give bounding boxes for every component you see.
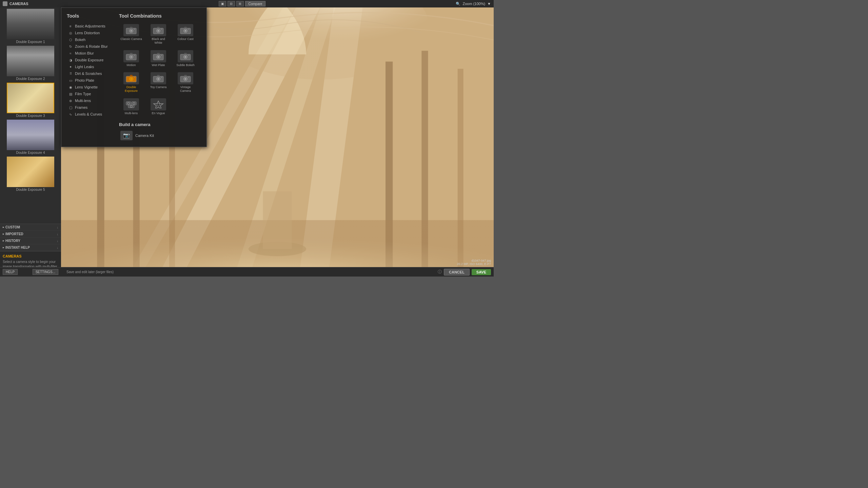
combo-label-5: Subtle Bokeh (176, 63, 195, 67)
section-label-0: CUSTOM (5, 225, 20, 229)
section-header-3[interactable]: ▸INSTANT HELP↓ (0, 244, 61, 251)
combo-label-8: Vintage Camera (175, 85, 196, 93)
top-bar-title: CAMERAS (9, 2, 28, 6)
svg-point-50 (185, 78, 186, 80)
sidebar-sections: ▸CUSTOM↓▸IMPORTED↓▸HISTORY↓▸INSTANT HELP… (0, 224, 61, 251)
section-header-1[interactable]: ▸IMPORTED↓ (0, 231, 61, 237)
combo-item-wet-plate[interactable]: Wet Plate (146, 49, 171, 68)
combo-icon-7 (151, 72, 166, 84)
thumb-img-5 (7, 157, 54, 187)
action-info: Save and edit later (larger files) (64, 270, 436, 274)
sidebar-section-imported: ▸IMPORTED↓ (0, 231, 61, 238)
thumbnail-item-2[interactable]: Double Exposure 2 (1, 46, 60, 81)
combo-icon-1 (151, 24, 166, 36)
tool-item-multi-lens[interactable]: Multi-lens (67, 97, 111, 104)
svg-rect-35 (161, 55, 162, 56)
section-label-1: IMPORTED (5, 232, 23, 236)
combo-item-black-and-white[interactable]: Black and White (146, 23, 171, 46)
combo-label-10: En Vogue (152, 111, 165, 115)
tool-item-zoom---rotate-blur[interactable]: Zoom & Rotate Blur (67, 43, 111, 50)
thumb-img-4 (7, 120, 54, 150)
thumb-label-4: Double Exposure 4 (1, 151, 60, 155)
combo-item-classic-camera[interactable]: Classic Camera (119, 23, 143, 46)
tool-label-10: Film Type (75, 92, 91, 96)
tool-label-0: Basic Adjustments (75, 24, 105, 28)
tool-icon-11 (68, 98, 73, 103)
combo-icon-10 (151, 98, 166, 110)
view-single-btn[interactable]: ▣ (219, 1, 226, 6)
build-title: Build a camera (119, 122, 201, 127)
section-header-2[interactable]: ▸HISTORY↓ (0, 238, 61, 244)
cancel-button[interactable]: CANCEL (444, 269, 470, 276)
view-grid-btn[interactable]: ⊞ (236, 1, 244, 6)
combo-icon-8 (178, 72, 193, 84)
combo-item-vintage-camera[interactable]: Vintage Camera (173, 71, 198, 94)
tool-item-lens-distortion[interactable]: Lens Distortion (67, 29, 111, 36)
thumbnail-item-5[interactable]: Double Exposure 5 (1, 157, 60, 191)
combo-item-subtle-bokeh[interactable]: Subtle Bokeh (173, 49, 198, 68)
tool-label-6: Light Leaks (75, 65, 94, 69)
combo-item-colour-cast[interactable]: Colour Cast (173, 23, 198, 46)
svg-rect-23 (161, 29, 162, 29)
svg-point-18 (131, 30, 132, 32)
desc-title: CAMERAS (3, 254, 58, 258)
help-button[interactable]: HELP (3, 269, 18, 275)
combo-item-motion[interactable]: Motion (119, 49, 143, 68)
svg-rect-47 (161, 77, 162, 78)
zoom-dropdown-icon[interactable]: ▼ (487, 2, 491, 6)
tool-label-2: Bokeh (75, 38, 85, 42)
combo-item-en-vogue[interactable]: En Vogue (146, 97, 171, 117)
svg-rect-27 (188, 29, 189, 29)
tool-item-basic-adjustments[interactable]: Basic Adjustments (67, 23, 111, 29)
view-split-btn[interactable]: ⊟ (228, 1, 235, 6)
save-button[interactable]: SAVE (472, 269, 491, 275)
combo-label-7: Toy Camera (150, 85, 167, 89)
tool-item-photo-plate[interactable]: Photo Plate (67, 77, 111, 84)
thumbnail-item-4[interactable]: Double Exposure 4 (1, 120, 60, 155)
photo-details: 20.2 MP, ISO 6400, E-P7 (457, 262, 491, 266)
tool-item-frames[interactable]: Frames (67, 104, 111, 111)
thumbnail-item-3[interactable]: Double Exposure 3 (1, 83, 60, 118)
search-icon: 🔍 (456, 2, 460, 6)
tool-item-motion-blur[interactable]: Motion Blur (67, 50, 111, 57)
tool-item-film-type[interactable]: Film Type (67, 90, 111, 97)
thumbnail-item-1[interactable]: Double Exposure 1 (1, 9, 60, 44)
tool-item-levels---curves[interactable]: Levels & Curves (67, 111, 111, 118)
thumbnail-list: Double Exposure 1Double Exposure 2Double… (0, 7, 61, 224)
svg-marker-58 (154, 101, 163, 108)
section-arrow-3: ↓ (57, 246, 59, 249)
compare-button[interactable]: Compare (245, 1, 265, 6)
combo-item-toy-camera[interactable]: Toy Camera (146, 71, 171, 94)
tool-item-double-exposure[interactable]: Double Exposure (67, 57, 111, 63)
tool-label-12: Frames (75, 105, 87, 109)
tool-icon-6 (68, 64, 73, 69)
tool-item-dirt---scratches[interactable]: Dirt & Scratches (67, 70, 111, 77)
sidebar-section-instant-help: ▸INSTANT HELP↓ (0, 244, 61, 251)
tool-icon-12 (68, 105, 73, 110)
thumb-img-1 (7, 9, 54, 39)
svg-rect-43 (134, 77, 135, 78)
settings-button[interactable]: SETTINGS... (33, 269, 58, 275)
tool-label-1: Lens Distortion (75, 31, 100, 35)
photo-info: d1047-047.jpg 20.2 MP, ISO 6400, E-P7 (457, 259, 491, 266)
popup-cols: Tools Basic AdjustmentsLens DistortionBo… (67, 13, 201, 141)
left-sidebar: Double Exposure 1Double Exposure 2Double… (0, 7, 61, 277)
tool-label-4: Motion Blur (75, 51, 94, 55)
tool-icon-0 (68, 24, 73, 28)
app-icon (3, 1, 7, 6)
svg-point-38 (185, 56, 186, 58)
tool-item-lens-vignette[interactable]: Lens Vignette (67, 84, 111, 90)
tool-label-11: Multi-lens (75, 99, 91, 103)
tool-item-bokeh[interactable]: Bokeh (67, 36, 111, 43)
tool-item-light-leaks[interactable]: Light Leaks (67, 63, 111, 70)
thumb-img-3 (7, 83, 54, 113)
thumb-label-1: Double Exposure 1 (1, 40, 60, 44)
camera-kit-item[interactable]: 📷 Camera Kit (119, 130, 201, 141)
tool-icon-7 (68, 71, 73, 76)
combo-item-multi-lens[interactable]: Multi-lens (119, 97, 143, 117)
combo-label-6: Double Exposure (120, 85, 142, 93)
section-header-0[interactable]: ▸CUSTOM↓ (0, 224, 61, 230)
section-expand-icon-2: ▸ (3, 239, 4, 242)
combo-item-double-exposure[interactable]: Double Exposure (119, 71, 143, 94)
sidebar-section-custom: ▸CUSTOM↓ (0, 224, 61, 231)
